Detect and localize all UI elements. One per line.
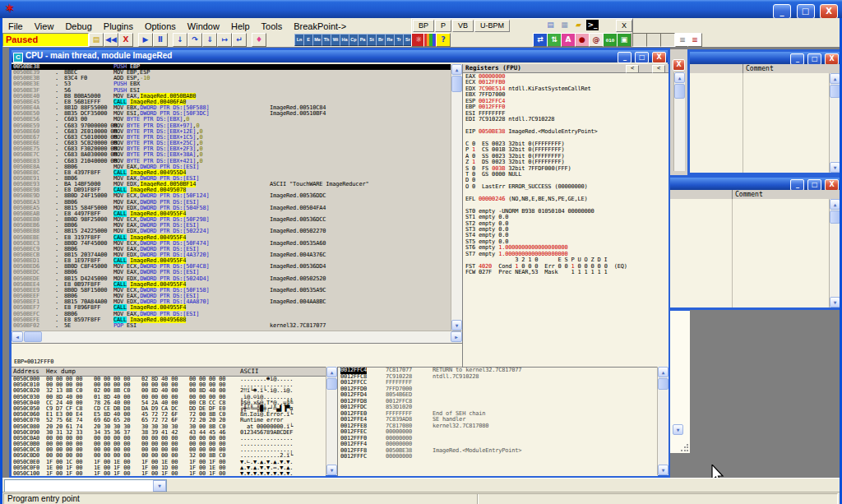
scroll-down-icon[interactable]: ▼ [673,424,683,435]
scrollbar[interactable]: ▲ ▼ [829,199,840,307]
register-line[interactable]: EDI 7C910228 ntdll.7C910228 [463,117,669,123]
binary-icon[interactable]: 010 [603,33,618,47]
stack-row[interactable]: 0012FFFC00000000 [338,454,658,460]
menu-item-breakpoint[interactable]: BreakPoint-> [288,20,352,31]
minimize-button[interactable]: _ [790,53,804,65]
disasm-hscrollbar[interactable]: ◀ ▶ [12,331,462,343]
menu-item-options[interactable]: Options [139,20,182,31]
plugin-button-bp[interactable]: BP [413,20,434,32]
notes-icon[interactable]: ▤ [544,20,557,30]
maximize-button[interactable]: □ [807,53,821,65]
maximize-button[interactable]: □ [797,4,815,19]
execute-return-icon[interactable]: ↵ [232,33,247,47]
scrollbar[interactable]: ▲ ▼ [829,73,840,173]
minimize-button[interactable]: _ [618,52,632,63]
close-button[interactable]: X [825,179,839,191]
scroll-up-icon[interactable]: ▲ [326,367,337,377]
menu-item-debug[interactable]: Debug [59,20,97,31]
collapse-icon[interactable]: < [652,65,665,73]
pause-icon[interactable]: Ⅱ [153,33,168,47]
dump-row[interactable]: 0050C1001F 00 1F 001F 00 1F 001F 00 1F 0… [12,471,326,476]
scroll-up-icon[interactable]: ▲ [674,72,685,83]
scroll-up-icon[interactable]: ▲ [451,64,462,75]
terminate-icon[interactable]: X [118,33,133,47]
maximize-button[interactable]: □ [807,179,821,191]
spiral-icon[interactable]: @ [589,33,604,47]
close-button[interactable]: X [825,53,839,65]
menu-item-help[interactable]: Help [225,20,256,31]
minimize-button[interactable]: _ [773,4,791,19]
plugin-button-p[interactable]: P [435,20,451,32]
cpu-titlebar[interactable]: CCPU - main thread, module ImageRed _ □ … [12,50,668,62]
disasm-row[interactable]: 0050BE8C.E8 4397F8FFCALL ImageRed.004955… [12,170,451,176]
menu-item-view[interactable]: View [29,20,60,31]
doc-icon[interactable]: ▦ [558,20,571,30]
menu-item-file[interactable]: File [2,20,29,31]
help-icon[interactable]: ? [436,33,451,47]
stack-pane[interactable]: 0012FFC47C817077RETURN to kernel32.7C817… [337,367,658,476]
console-icon[interactable]: >_ [586,20,599,30]
comment-window-bottom-titlebar[interactable]: _ □ X [669,178,840,190]
record-icon[interactable]: ● [575,33,590,47]
scroll-up-icon[interactable]: ▲ [830,199,840,210]
a-icon[interactable]: A [561,33,576,47]
register-line[interactable]: O 0 LastErr ERROR_SUCCESS (00000000) [463,184,669,190]
scroll-right-icon[interactable]: ▶ [451,331,462,342]
scroll-down-icon[interactable]: ▼ [830,162,840,173]
disasm-row[interactable]: 0050BEC3.8B0D 74F45000MOV ECX,DWORD PTR … [12,241,451,247]
animate-over-icon[interactable]: ↦ [217,33,232,47]
go-to-icon[interactable]: ♦ [252,33,266,47]
info-pane[interactable]: EBP=0012FFF0 [12,343,462,368]
menu-item-tools[interactable]: Tools [256,20,289,31]
close-icon[interactable]: X [673,59,685,71]
run-icon[interactable]: ▶ [138,33,153,47]
comment-list[interactable] [690,73,830,173]
disasm-row[interactable]: 0050BED6.8B0D C8F45000MOV ECX,DWORD PTR … [12,264,451,270]
scroll-up-icon[interactable]: ▲ [658,367,669,377]
menu-item-plugins[interactable]: Plugins [98,20,139,31]
dump-scrollbar[interactable]: ▲ ▼ [326,367,337,475]
disasm-row[interactable]: 0050BEF7.E8 F896F8FFCALL ImageRed.004955… [12,305,451,311]
disasm-row[interactable]: 0050BE3E.53PUSH EBX [12,81,451,87]
restore-button[interactable]: □ [635,52,649,63]
register-line[interactable]: FCW 027F Prec NEAR,53 Mask 1 1 1 1 1 1 [463,270,669,275]
plugin-button-vb[interactable]: VB [452,20,474,32]
register-line[interactable]: EFL 00000246 (NO,NB,E,BE,NS,PE,GE,LE) [463,197,669,202]
command-combobox[interactable]: ▼ [4,479,167,492]
window-icon[interactable]: ▣ [617,33,632,47]
restart-icon[interactable]: ◀◀ [104,33,118,47]
close-button[interactable]: X [652,52,666,63]
registers-pane[interactable]: Registers (FPU) < < EAX 00000000ECX 0012… [462,64,669,367]
step-over-icon[interactable]: ↷ [187,33,202,47]
disasm-row[interactable]: 0050BE3B.83C4 F0ADD ESP,-10 [12,76,451,81]
collapse-icon[interactable]: < [626,65,639,73]
swap-icon[interactable]: ⇄ [533,33,548,47]
comment-window-top-titlebar[interactable]: _ □ X [690,52,840,64]
disasm-row[interactable]: 0050BEFE.E8 8597F8FFCALL ImageRed.004956… [12,317,451,323]
open-file-icon[interactable]: ▤ [89,33,104,47]
stack-scrollbar[interactable]: ▲ ▼ [657,367,669,475]
sort-icon[interactable]: ⇅ [547,33,562,47]
minimize-button[interactable]: _ [790,179,804,191]
register-line[interactable]: T 0 GS 0000 NULL [463,172,669,178]
plugin-button-u-bpm[interactable]: U-BPM [474,20,510,32]
step-into-icon[interactable]: ↓ [173,33,187,47]
combo-dropdown-icon[interactable]: ▼ [153,480,166,492]
scrollbar[interactable]: ▲ [673,72,685,171]
disasm-row[interactable]: 0050BE38$55PUSH EBP [12,64,451,70]
cpu-window[interactable]: CCPU - main thread, module ImageRed _ □ … [9,48,670,478]
disasm-row[interactable]: 0050BE83.C683 21040000 00MOV BYTE PTR DS… [12,159,451,164]
comment-list[interactable] [669,199,830,307]
folder-icon[interactable]: ▰ [572,20,585,30]
scroll-left-icon[interactable]: ◀ [12,331,23,342]
resize-grip[interactable] [679,442,690,453]
scroll-up-icon[interactable]: ▲ [830,73,840,84]
scroll-down-icon[interactable]: ▼ [830,297,840,307]
scroll-down-icon[interactable]: ▼ [326,465,337,475]
plugin-close-button[interactable]: X [616,20,632,32]
close-button[interactable]: X [820,4,838,19]
disasm-row[interactable]: 0050BF02.5EPOP ESIkernel32.7C817077 [12,323,451,329]
titlebar[interactable]: ✶ _ □ X [0,0,842,18]
animate-into-icon[interactable]: ⇓ [202,33,217,47]
disasm-row[interactable]: 0050BEB0.8B0D 98F25000MOV ECX,DWORD PTR … [12,217,451,223]
